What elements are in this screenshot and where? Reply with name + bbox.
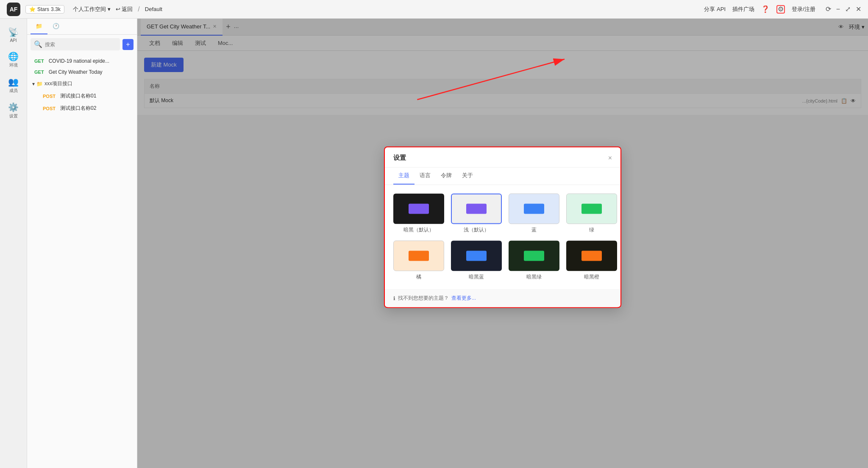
accent-bar-orange bbox=[409, 251, 429, 261]
accent-bar-dark-orange bbox=[581, 251, 602, 261]
dialog-header: 设置 × bbox=[385, 147, 620, 167]
dialog-tab-token[interactable]: 令牌 bbox=[436, 167, 457, 184]
titlebar: AF ⭐ Stars 3.3k 个人工作空间 ▾ ↩ 返回 / Default … bbox=[0, 0, 868, 19]
dialog-tab-language[interactable]: 语言 bbox=[415, 167, 436, 184]
theme-item-dark[interactable]: 暗黑（默认） bbox=[393, 193, 444, 234]
breadcrumb-separator: / bbox=[138, 6, 139, 13]
back-btn[interactable]: ↩ 返回 bbox=[116, 6, 133, 13]
theme-grid: 暗黑（默认） 浅（默认） 蓝 bbox=[393, 193, 612, 281]
maximize-btn[interactable]: ⤢ bbox=[845, 5, 851, 13]
method-badge-post: POST bbox=[41, 93, 58, 99]
project-name: Default bbox=[145, 6, 162, 12]
dialog-title: 设置 bbox=[393, 154, 406, 162]
tab-files[interactable]: 📁 bbox=[31, 19, 47, 34]
theme-item-green[interactable]: 绿 bbox=[566, 193, 617, 234]
settings-icon[interactable]: ⚙ bbox=[776, 5, 785, 14]
api-item-name: 测试接口名称01 bbox=[60, 92, 96, 100]
sidebar-item-api[interactable]: 📡 API bbox=[2, 24, 25, 46]
search-box[interactable]: 🔍 bbox=[31, 38, 120, 50]
search-icon: 🔍 bbox=[34, 40, 42, 48]
theme-label-dark-green: 暗黑绿 bbox=[526, 273, 542, 281]
theme-preview-light bbox=[451, 193, 502, 224]
theme-label-dark: 暗黑（默认） bbox=[403, 226, 434, 234]
dialog-tab-about[interactable]: 关于 bbox=[457, 167, 478, 184]
theme-preview-blue bbox=[509, 193, 559, 224]
left-panel: 📁 🕐 🔍 + GET COVID-19 national epide... G… bbox=[27, 19, 137, 468]
method-badge-get: GET bbox=[32, 58, 46, 64]
share-api-btn[interactable]: 分享 API bbox=[704, 6, 726, 13]
theme-item-light[interactable]: 浅（默认） bbox=[451, 193, 502, 234]
theme-preview-dark-blue bbox=[451, 240, 502, 271]
theme-preview-dark bbox=[393, 193, 444, 224]
theme-item-dark-blue[interactable]: 暗黑蓝 bbox=[451, 240, 502, 281]
github-count: 3.3k bbox=[51, 6, 61, 12]
minimize-btn[interactable]: − bbox=[836, 6, 840, 13]
settings-icon-sidebar: ⚙️ bbox=[8, 102, 19, 112]
theme-item-dark-green[interactable]: 暗黑绿 bbox=[509, 240, 559, 281]
method-badge-get: GET bbox=[32, 69, 46, 75]
titlebar-right: 分享 API 插件广场 ❓ ⚙ 登录/注册 ⟳ − ⤢ ✕ bbox=[704, 5, 861, 14]
dialog-footer: ℹ 找不到您想要的主题？ 查看更多... bbox=[385, 289, 620, 307]
theme-item-blue[interactable]: 蓝 bbox=[509, 193, 559, 234]
dialog-close-btn[interactable]: × bbox=[608, 154, 612, 162]
api-icon: 📡 bbox=[8, 27, 19, 37]
theme-item-orange[interactable]: 橘 bbox=[393, 240, 444, 281]
accent-bar-green bbox=[581, 203, 602, 214]
refresh-btn[interactable]: ⟳ bbox=[826, 5, 831, 13]
settings-label: 设置 bbox=[9, 113, 18, 119]
plugins-btn[interactable]: 插件广场 bbox=[732, 6, 754, 13]
api-list: GET COVID-19 national epide... GET Get C… bbox=[27, 54, 137, 468]
api-item-name: COVID-19 national epide... bbox=[49, 58, 109, 64]
env-icon: 🌐 bbox=[8, 51, 19, 61]
theme-label-orange: 橘 bbox=[416, 273, 421, 281]
method-badge-post: POST bbox=[41, 106, 58, 111]
close-btn[interactable]: ✕ bbox=[856, 5, 861, 13]
search-row: 🔍 + bbox=[27, 35, 137, 54]
theme-label-dark-blue: 暗黑蓝 bbox=[469, 273, 484, 281]
folder-item[interactable]: ▾ 📁 xxx项目接口 bbox=[27, 78, 137, 90]
theme-label-dark-orange: 暗黑橙 bbox=[584, 273, 599, 281]
left-panel-tabs: 📁 🕐 bbox=[27, 19, 137, 35]
accent-bar-dark-blue bbox=[466, 251, 487, 261]
sidebar-item-env[interactable]: 🌐 环境 bbox=[2, 48, 25, 72]
dialog-tabs: 主题 语言 令牌 关于 bbox=[385, 167, 620, 185]
folder-name: xxx项目接口 bbox=[45, 80, 72, 87]
list-item[interactable]: GET Get City Weather Today bbox=[27, 67, 137, 78]
api-label: API bbox=[10, 38, 17, 43]
api-item-name: 测试接口名称02 bbox=[60, 105, 96, 112]
tab-history[interactable]: 🕐 bbox=[47, 19, 64, 34]
accent-bar-dark-green bbox=[524, 251, 544, 261]
add-api-btn[interactable]: + bbox=[122, 39, 134, 50]
chevron-icon: ▾ bbox=[32, 81, 35, 87]
theme-label-blue: 蓝 bbox=[531, 226, 537, 234]
accent-bar-blue bbox=[524, 203, 544, 214]
list-item[interactable]: GET COVID-19 national epide... bbox=[27, 56, 137, 67]
question-icon[interactable]: ❓ bbox=[761, 5, 770, 14]
folder-icon: 📁 bbox=[36, 81, 43, 87]
main-layout: 📡 API 🌐 环境 👥 成员 ⚙️ 设置 📁 🕐 🔍 + bbox=[0, 19, 868, 468]
theme-label-green: 绿 bbox=[589, 226, 594, 234]
members-label: 成员 bbox=[9, 88, 18, 94]
github-stars[interactable]: ⭐ Stars 3.3k bbox=[25, 5, 64, 14]
members-icon: 👥 bbox=[8, 77, 19, 87]
footer-text: 找不到您想要的主题？ bbox=[398, 295, 449, 302]
chevron-down-icon: ▾ bbox=[108, 6, 111, 12]
accent-bar-dark bbox=[409, 203, 429, 214]
info-icon: ℹ bbox=[393, 295, 395, 301]
list-item[interactable]: POST 测试接口名称01 bbox=[27, 90, 137, 102]
login-btn[interactable]: 登录/注册 bbox=[792, 6, 815, 13]
theme-preview-orange bbox=[393, 240, 444, 271]
sidebar-item-members[interactable]: 👥 成员 bbox=[2, 73, 25, 97]
theme-preview-dark-orange bbox=[566, 240, 617, 271]
api-item-name: Get City Weather Today bbox=[49, 69, 103, 75]
dialog-tab-theme[interactable]: 主题 bbox=[393, 167, 415, 184]
more-themes-link[interactable]: 查看更多... bbox=[451, 295, 476, 302]
sidebar-item-settings[interactable]: ⚙️ 设置 bbox=[2, 99, 25, 123]
list-item[interactable]: POST 测试接口名称02 bbox=[27, 102, 137, 114]
github-label: Stars bbox=[37, 6, 49, 12]
theme-item-dark-orange[interactable]: 暗黑橙 bbox=[566, 240, 617, 281]
content-area: GET Get City Weather T... ✕ + ··· 👁 环境 ▾… bbox=[137, 19, 868, 468]
theme-label-light: 浅（默认） bbox=[464, 226, 489, 234]
workspace-selector[interactable]: 个人工作空间 ▾ bbox=[73, 6, 111, 13]
search-input[interactable] bbox=[45, 42, 117, 47]
